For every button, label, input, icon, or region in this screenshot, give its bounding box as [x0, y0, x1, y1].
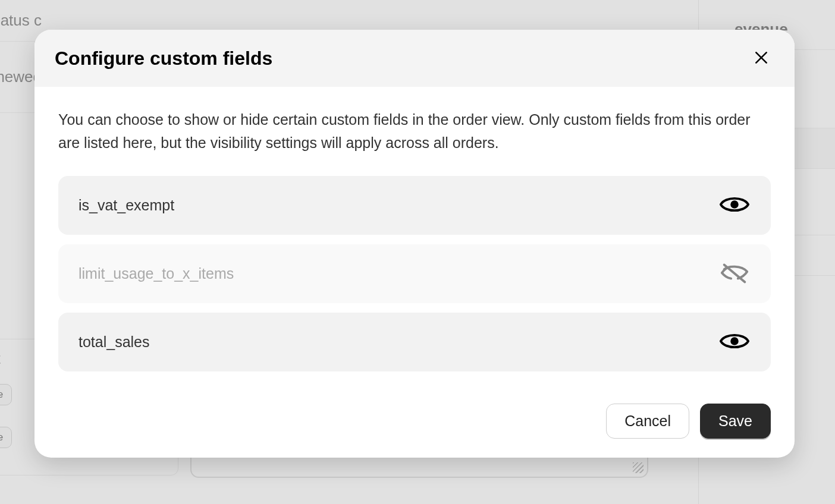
visibility-toggle[interactable]: [718, 193, 751, 218]
modal-description: You can choose to show or hide certain c…: [58, 108, 771, 155]
eye-icon: [718, 193, 751, 218]
eye-off-icon: [718, 261, 751, 286]
svg-point-4: [732, 338, 737, 344]
svg-point-2: [732, 201, 737, 207]
modal-body: You can choose to show or hide certain c…: [34, 87, 795, 398]
modal-header: Configure custom fields: [34, 30, 795, 87]
close-button[interactable]: [748, 45, 774, 71]
field-label: total_sales: [79, 333, 150, 351]
modal-title: Configure custom fields: [55, 48, 272, 70]
visibility-toggle[interactable]: [718, 261, 751, 286]
field-row-is-vat-exempt: is_vat_exempt: [58, 176, 771, 235]
field-row-limit-usage: limit_usage_to_x_items: [58, 244, 771, 303]
save-button[interactable]: Save: [700, 404, 771, 439]
field-row-total-sales: total_sales: [58, 313, 771, 371]
modal-footer: Cancel Save: [34, 398, 795, 458]
cancel-button[interactable]: Cancel: [606, 404, 689, 439]
eye-icon: [718, 329, 751, 355]
configure-custom-fields-modal: Configure custom fields You can choose t…: [34, 30, 795, 458]
visibility-toggle[interactable]: [718, 329, 751, 355]
field-label: limit_usage_to_x_items: [79, 265, 234, 282]
close-icon: [754, 50, 769, 67]
field-label: is_vat_exempt: [79, 197, 174, 214]
